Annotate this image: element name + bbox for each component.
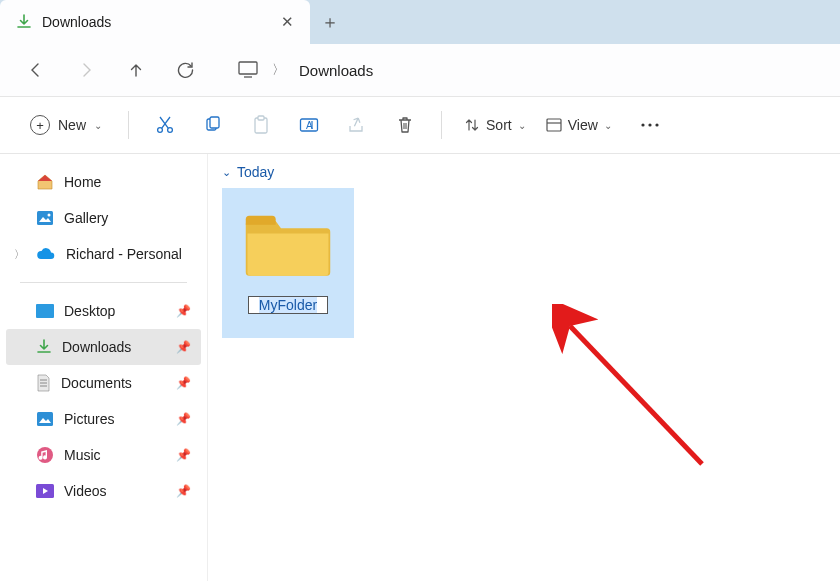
chevron-down-icon: ⌄ (222, 166, 231, 179)
new-button[interactable]: + New ⌄ (20, 108, 112, 142)
rename-text: MyFolder (259, 297, 317, 313)
sidebar: Home Gallery 〉 Richard - Personal Deskto… (0, 154, 208, 581)
chevron-down-icon: ⌄ (604, 120, 612, 131)
more-button[interactable] (626, 109, 674, 141)
sidebar-item-downloads[interactable]: Downloads 📌 (6, 329, 201, 365)
sidebar-item-desktop[interactable]: Desktop 📌 (6, 293, 201, 329)
svg-point-10 (641, 123, 644, 126)
share-button[interactable] (337, 109, 377, 141)
cloud-icon (36, 247, 56, 261)
back-button[interactable] (16, 50, 56, 90)
sort-label: Sort (486, 117, 512, 133)
separator (128, 111, 129, 139)
sidebar-item-label: Videos (64, 483, 107, 499)
sidebar-item-home[interactable]: Home (6, 164, 201, 200)
up-button[interactable] (116, 50, 156, 90)
svg-line-19 (570, 326, 702, 464)
group-header-today[interactable]: ⌄ Today (222, 164, 826, 180)
sort-icon (464, 117, 480, 133)
sidebar-item-pictures[interactable]: Pictures 📌 (6, 401, 201, 437)
address-row: 〉 Downloads (0, 44, 840, 96)
svg-point-17 (37, 447, 53, 463)
tab-title: Downloads (42, 14, 111, 30)
svg-rect-6 (258, 116, 264, 120)
svg-rect-0 (239, 62, 257, 74)
separator (441, 111, 442, 139)
folder-item-selected[interactable]: MyFolder (222, 188, 354, 338)
delete-button[interactable] (385, 109, 425, 141)
pin-icon: 📌 (176, 484, 191, 498)
view-icon (546, 118, 562, 132)
svg-rect-9 (547, 119, 561, 131)
sidebar-item-label: Richard - Personal (66, 246, 182, 262)
pin-icon: 📌 (176, 412, 191, 426)
new-tab-button[interactable]: ＋ (310, 10, 350, 34)
breadcrumb[interactable]: 〉 Downloads (230, 52, 381, 88)
sidebar-item-onedrive-personal[interactable]: 〉 Richard - Personal (6, 236, 201, 272)
svg-rect-13 (37, 211, 53, 225)
sidebar-item-videos[interactable]: Videos 📌 (6, 473, 201, 509)
cut-button[interactable] (145, 109, 185, 141)
pin-icon: 📌 (176, 340, 191, 354)
desktop-icon (36, 304, 54, 318)
monitor-icon (238, 61, 258, 79)
sidebar-item-gallery[interactable]: Gallery (6, 200, 201, 236)
breadcrumb-segment[interactable]: Downloads (299, 62, 373, 79)
sidebar-item-label: Music (64, 447, 101, 463)
sidebar-item-music[interactable]: Music 📌 (6, 437, 201, 473)
svg-point-1 (158, 128, 163, 133)
plus-circle-icon: + (30, 115, 50, 135)
svg-point-12 (655, 123, 658, 126)
group-label: Today (237, 164, 274, 180)
sidebar-item-label: Pictures (64, 411, 115, 427)
pin-icon: 📌 (176, 304, 191, 318)
copy-button[interactable] (193, 109, 233, 141)
tabs-bar: Downloads ✕ ＋ (0, 0, 840, 44)
documents-icon (36, 374, 51, 392)
close-icon[interactable]: ✕ (281, 13, 294, 31)
chevron-down-icon: ⌄ (94, 120, 102, 131)
pictures-icon (36, 411, 54, 427)
download-icon (16, 14, 32, 30)
sidebar-item-label: Gallery (64, 210, 108, 226)
chevron-down-icon: ⌄ (518, 120, 526, 131)
sidebar-item-label: Home (64, 174, 101, 190)
rename-input[interactable]: MyFolder (248, 296, 328, 314)
pin-icon: 📌 (176, 376, 191, 390)
sidebar-item-documents[interactable]: Documents 📌 (6, 365, 201, 401)
sidebar-item-label: Desktop (64, 303, 115, 319)
view-label: View (568, 117, 598, 133)
sidebar-item-label: Downloads (62, 339, 131, 355)
view-button[interactable]: View ⌄ (540, 117, 618, 133)
body: Home Gallery 〉 Richard - Personal Deskto… (0, 154, 840, 581)
svg-point-11 (648, 123, 651, 126)
download-icon (36, 339, 52, 355)
pin-icon: 📌 (176, 448, 191, 462)
svg-rect-16 (37, 412, 53, 426)
home-icon (36, 174, 54, 190)
svg-rect-4 (210, 117, 219, 128)
annotation-arrow (552, 304, 732, 484)
svg-point-2 (168, 128, 173, 133)
toolbar: + New ⌄ A Sort ⌄ View ⌄ (0, 97, 840, 153)
forward-button[interactable] (66, 50, 106, 90)
tab-downloads[interactable]: Downloads ✕ (0, 0, 310, 44)
content-pane: ⌄ Today MyFolder (208, 154, 840, 581)
sidebar-item-label: Documents (61, 375, 132, 391)
sort-button[interactable]: Sort ⌄ (458, 117, 532, 133)
svg-point-14 (48, 214, 51, 217)
rename-button[interactable]: A (289, 109, 329, 141)
folder-icon (244, 200, 332, 288)
chevron-right-icon[interactable]: 〉 (14, 247, 25, 262)
svg-rect-15 (36, 304, 54, 318)
videos-icon (36, 484, 54, 498)
gallery-icon (36, 210, 54, 226)
refresh-button[interactable] (166, 50, 206, 90)
chevron-right-icon[interactable]: 〉 (272, 61, 285, 79)
paste-button[interactable] (241, 109, 281, 141)
divider (20, 282, 187, 283)
new-label: New (58, 117, 86, 133)
music-icon (36, 446, 54, 464)
